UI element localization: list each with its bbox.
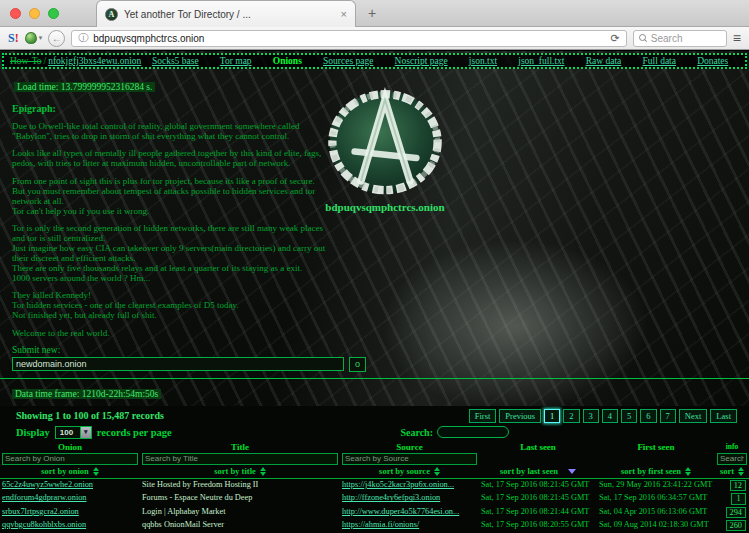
row-title: Site Hosted by Freedom Hosting II — [140, 479, 340, 493]
page-info-icon[interactable]: ⓘ — [78, 31, 88, 45]
nav-link[interactable]: Donates — [697, 56, 728, 66]
row-last-seen: Sat, 17 Sep 2016 08:21:44 GMT — [479, 506, 597, 519]
onion-link[interactable]: srbux7lrtpsgcra2.onion — [2, 507, 79, 516]
source-link[interactable]: http://www.duper4o5k7764esi.on... — [342, 507, 477, 516]
howto-label: How-To — [10, 56, 42, 66]
nav-link[interactable]: Raw data — [586, 56, 622, 66]
nav-link[interactable]: Onions — [273, 56, 302, 66]
nav-link[interactable]: Noscript page — [395, 56, 448, 66]
onion-records-table: Onion Title Source Last seen First seen … — [0, 442, 749, 533]
submit-button[interactable]: o — [349, 357, 366, 372]
row-info-count: 1 — [731, 493, 746, 504]
records-per-page-select[interactable]: 100 ▾ — [55, 426, 92, 439]
table-row: 65c2z4uwyz5wwhe2.onion Site Hosted by Fr… — [0, 479, 749, 493]
epigraph-paragraph: From one point of sight this is plus for… — [12, 176, 474, 216]
source-link[interactable]: https://j4ko5c2kacr3pu6x.onion... — [342, 480, 477, 489]
filter-title-input[interactable] — [142, 453, 338, 465]
sort-by-first-seen[interactable]: sort by first seen — [621, 466, 681, 476]
filter-onion-input[interactable] — [2, 453, 138, 465]
table-row: srbux7lrtpsgcra2.onion Login | Alphabay … — [0, 506, 749, 519]
row-info-count: 294 — [726, 507, 746, 518]
nav-link[interactable]: Socks5 base — [152, 56, 199, 66]
url-text[interactable]: bdpuqvsqmphctrcs.onion — [93, 33, 605, 44]
sort-by-onion[interactable]: sort by onion — [41, 466, 89, 476]
onion-link[interactable]: 65c2z4uwyz5wwhe2.onion — [2, 480, 93, 489]
load-time: Load time: 13.799999952316284 s. — [14, 82, 155, 92]
page-button[interactable]: 5 — [621, 409, 637, 423]
page-button[interactable]: Last — [710, 409, 737, 423]
reload-icon[interactable]: ⟳ — [611, 32, 620, 45]
source-link[interactable]: http://ffzone4ry6efpqi3.onion — [342, 493, 477, 502]
back-button[interactable]: ← — [48, 30, 65, 47]
onion-link[interactable]: endforum4gdprarw.onion — [2, 493, 86, 502]
table-search: Search: — [400, 426, 509, 438]
epigraph-paragraph: Tor is only the second generation of hid… — [12, 223, 474, 283]
howto-onion-link[interactable]: nfokjgfj3bxs4ewu.onion — [48, 56, 141, 66]
row-first-seen: Sat, 17 Sep 2016 06:34:57 GMT — [597, 492, 715, 505]
browser-window: A Yet another Tor Directory / ... × + S!… — [0, 0, 749, 533]
records-section: Showing 1 to 100 of 15,487 records First… — [0, 406, 749, 533]
row-first-seen: Sun, 29 May 2016 23:41:22 GMT — [597, 479, 715, 493]
filter-info-input[interactable] — [717, 453, 747, 465]
noscript-icon[interactable]: S! — [8, 31, 19, 46]
torbutton-icon[interactable]: ▾ — [25, 32, 43, 44]
tab-close-icon[interactable]: × — [341, 9, 347, 20]
row-last-seen: Sat, 17 Sep 2016 08:20:55 GMT — [479, 519, 597, 532]
page-button[interactable]: Previous — [499, 409, 541, 423]
minimize-window-button[interactable] — [29, 8, 40, 19]
table-search-input[interactable] — [437, 426, 509, 438]
page-button[interactable]: First — [469, 409, 497, 423]
submit-label: Submit new: — [12, 345, 749, 355]
select-arrow-icon: ▾ — [80, 427, 91, 438]
sort-arrows-icon — [93, 467, 99, 476]
sort-arrows-icon — [685, 467, 691, 476]
nav-link[interactable]: Full data — [642, 56, 676, 66]
page-button[interactable]: 2 — [563, 409, 579, 423]
epigraph-heading: Epigraph: — [12, 103, 474, 114]
page-button[interactable]: 3 — [583, 409, 599, 423]
close-window-button[interactable] — [10, 8, 21, 19]
col-header-info: info — [715, 442, 749, 452]
sort-arrows-icon — [260, 467, 266, 476]
browser-tab[interactable]: A Yet another Tor Directory / ... × — [96, 0, 356, 27]
row-info-count: 12 — [730, 480, 746, 491]
hamburger-menu-icon[interactable]: ≡ — [733, 31, 741, 45]
new-tab-button[interactable]: + — [368, 5, 376, 21]
row-last-seen: Sat, 17 Sep 2016 08:21:45 GMT — [479, 479, 597, 493]
tab-favicon-icon: A — [105, 8, 118, 21]
submit-block: Submit new: o — [12, 345, 749, 372]
sort-by-title[interactable]: sort by title — [214, 466, 256, 476]
source-link[interactable]: https://ahmia.fi/onions/ — [342, 520, 477, 529]
nav-link[interactable]: Sources page — [323, 56, 373, 66]
page-button[interactable]: Next — [679, 409, 708, 423]
page-button[interactable]: 6 — [640, 409, 656, 423]
onion-link[interactable]: qqvbgcu8kohblxbs.onion — [2, 520, 86, 529]
page-button[interactable]: 4 — [602, 409, 618, 423]
sort-arrows-icon — [738, 467, 744, 476]
filter-source-input[interactable] — [342, 453, 477, 465]
epigraph-paragraphs: Due to Orwell-like total control of real… — [12, 121, 474, 337]
sort-by-info[interactable]: sort — [720, 466, 734, 476]
nav-link[interactable]: Tor map — [220, 56, 252, 66]
sort-by-last-seen[interactable]: sort by last seen — [500, 466, 558, 476]
browser-toolbar: S! ▾ ← ⓘ bdpuqvsqmphctrcs.onion ⟳ Search… — [0, 27, 749, 50]
row-title: qqbbs OnionMail Server — [140, 519, 340, 532]
nav-link[interactable]: json_full.txt — [518, 56, 564, 66]
page-button[interactable]: 7 — [660, 409, 676, 423]
url-bar[interactable]: ⓘ bdpuqvsqmphctrcs.onion ⟳ — [71, 30, 627, 47]
row-first-seen: Sat, 04 Apr 2015 06:13:06 GMT — [597, 506, 715, 519]
submit-domain-input[interactable] — [12, 357, 344, 371]
epigraph-paragraph: They killed Kennedy! Tor hidden services… — [12, 290, 474, 320]
sort-by-source[interactable]: sort by source — [379, 466, 430, 476]
table-row: endforum4gdprarw.onion Forums - Espace N… — [0, 492, 749, 505]
row-last-seen: Sat, 17 Sep 2016 08:21:45 GMT — [479, 492, 597, 505]
search-icon — [639, 34, 647, 42]
sort-arrows-icon — [434, 467, 440, 476]
nav-link[interactable]: json.txt — [469, 56, 497, 66]
tab-bar: A Yet another Tor Directory / ... × + — [0, 0, 749, 27]
browser-search-field[interactable]: Search — [633, 30, 727, 47]
col-header-last-seen: Last seen — [479, 442, 597, 452]
zoom-window-button[interactable] — [48, 8, 59, 19]
page-button[interactable]: 1 — [544, 409, 560, 423]
row-first-seen: Sat, 09 Aug 2014 02:18:30 GMT — [597, 519, 715, 532]
